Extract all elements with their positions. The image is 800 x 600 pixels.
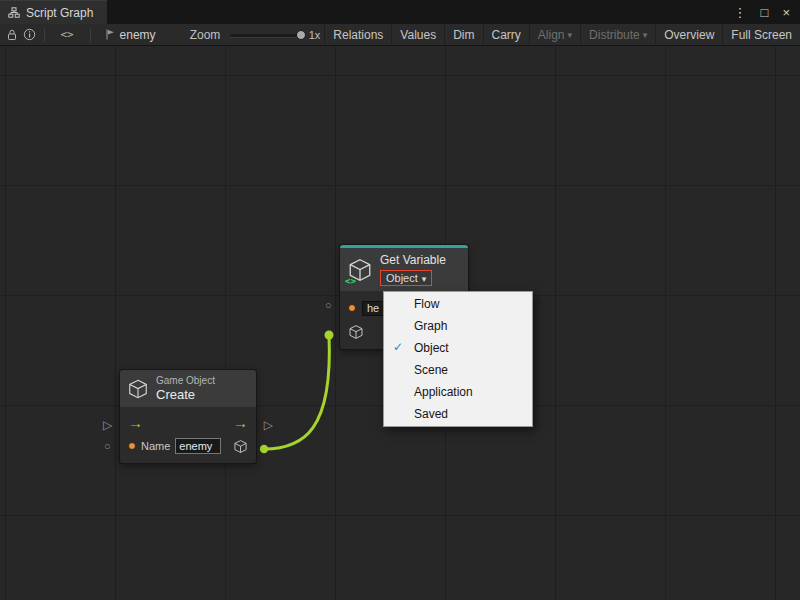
distribute-button[interactable]: Distribute▾ — [580, 24, 655, 45]
check-icon: ✓ — [393, 340, 403, 354]
tab-title: Script Graph — [26, 6, 93, 20]
carry-button[interactable]: Carry — [483, 24, 529, 45]
overview-button[interactable]: Overview — [655, 24, 722, 45]
gameobject-output-icon[interactable] — [233, 439, 248, 454]
create-body: → → Name — [120, 407, 256, 463]
menu-item-scene[interactable]: Scene — [384, 359, 532, 381]
node-title: Create — [156, 387, 215, 402]
flow-output-port[interactable]: ▷ — [264, 419, 273, 431]
lock-icon[interactable] — [4, 25, 21, 45]
chevron-down-icon: ▾ — [568, 30, 573, 40]
menu-item-label: Object — [414, 341, 449, 355]
menu-item-label: Flow — [414, 297, 439, 311]
input-port-circle[interactable]: ○ — [325, 300, 332, 311]
node-category: Game Object — [156, 375, 215, 386]
zoom-slider-track — [230, 34, 302, 37]
zoom-slider[interactable] — [230, 25, 302, 45]
info-icon[interactable] — [21, 25, 38, 45]
name-input-port[interactable]: ○ — [104, 441, 111, 452]
script-graph-window: Script Graph ⋮ □ × <> — [0, 0, 800, 600]
graph-icon — [8, 7, 20, 19]
toolbar-buttons: Relations Values Dim Carry Align▾ Distri… — [324, 24, 800, 45]
create-header[interactable]: Game Object Create — [120, 370, 256, 407]
code-badge-icon: <> — [345, 276, 356, 286]
flow-in-arrow-icon[interactable]: → — [128, 415, 143, 430]
get-variable-header[interactable]: <> Get Variable Object ▾ — [340, 248, 468, 291]
align-button[interactable]: Align▾ — [529, 24, 580, 45]
menu-item-label: Scene — [414, 363, 448, 377]
variable-scope-dropdown[interactable]: Object ▾ — [380, 270, 432, 286]
node-title: Get Variable — [380, 253, 446, 267]
zoom-label: Zoom — [190, 28, 221, 42]
node-create-gameobject[interactable]: Game Object Create → → Name — [120, 370, 256, 463]
wire-start-dot — [260, 445, 268, 453]
flow-input-port[interactable]: ▷ — [103, 419, 112, 431]
chevron-down-icon: ▾ — [643, 30, 648, 40]
menu-item-graph[interactable]: Graph — [384, 315, 532, 337]
menu-item-label: Graph — [414, 319, 447, 333]
toolbar-divider — [44, 28, 45, 42]
tab-script-graph[interactable]: Script Graph — [0, 0, 107, 24]
menu-item-object[interactable]: ✓Object — [384, 337, 532, 359]
value-port-dot[interactable] — [348, 304, 356, 312]
window-menu-button[interactable]: ⋮ — [734, 6, 747, 19]
toolbar-divider — [90, 28, 91, 42]
flow-out-arrow-icon[interactable]: → — [233, 415, 248, 430]
connection-wire[interactable] — [264, 335, 329, 449]
code-view-button[interactable]: <> — [51, 28, 84, 41]
maximize-button[interactable]: □ — [761, 6, 769, 19]
relations-button[interactable]: Relations — [324, 24, 391, 45]
zoom-slider-handle[interactable] — [296, 30, 306, 40]
menu-item-label: Saved — [414, 407, 448, 421]
name-port-dot[interactable] — [128, 442, 136, 450]
name-label: Name — [141, 440, 170, 452]
breadcrumb[interactable]: enemy — [97, 28, 164, 42]
scope-value: Object — [386, 272, 418, 284]
gameobject-port-icon[interactable] — [348, 324, 364, 340]
name-input[interactable] — [175, 438, 221, 454]
gameobject-cube-icon — [127, 378, 149, 400]
menu-item-flow[interactable]: Flow — [384, 293, 532, 315]
close-button[interactable]: × — [782, 6, 790, 19]
flag-icon — [105, 29, 115, 40]
menu-item-label: Application — [414, 385, 473, 399]
fullscreen-button[interactable]: Full Screen — [722, 24, 800, 45]
menu-item-application[interactable]: Application — [384, 381, 532, 403]
window-controls: ⋮ □ × — [734, 0, 800, 24]
variable-cube-icon: <> — [347, 257, 373, 283]
menu-item-saved[interactable]: Saved — [384, 403, 532, 425]
titlebar: Script Graph ⋮ □ × — [0, 0, 800, 24]
graph-canvas[interactable]: <> Get Variable Object ▾ he — [0, 46, 800, 600]
graph-name: enemy — [120, 28, 156, 42]
scope-menu: Flow Graph ✓Object Scene Application Sav… — [383, 291, 533, 427]
zoom-value: 1x — [309, 29, 321, 41]
wire-end-dot — [325, 331, 334, 340]
graph-toolbar: <> enemy Zoom 1x Relations Values Dim Ca… — [0, 24, 800, 46]
values-button[interactable]: Values — [391, 24, 444, 45]
chevron-down-icon: ▾ — [422, 274, 427, 284]
dim-button[interactable]: Dim — [444, 24, 482, 45]
